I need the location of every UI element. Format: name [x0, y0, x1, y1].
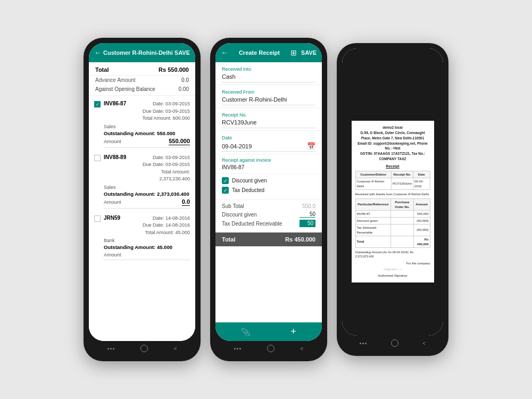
phone3-nav: < [342, 336, 443, 351]
receipt-outstanding: Outstanding Amount (As On 09-04-2019): R… [355, 250, 430, 259]
phone1-openbal-row: Against Opening Balance 0.00 [89, 85, 195, 94]
phone2-tax-row: Tax Deducted Receivable 50 [222, 220, 315, 227]
phone2-tax-row-label: Tax Deducted Receivable [222, 221, 282, 227]
receipt-logo-placeholder: <img src=...> [355, 267, 430, 272]
phone1-invoice-id-2: JRN59 [104, 215, 120, 221]
receipt-received-from: Received with thanks from Customer R-Roh… [355, 192, 430, 197]
phone1-checkbox-2[interactable]: ✓ [94, 215, 101, 222]
phone3-back-nav[interactable]: < [422, 340, 426, 346]
phone-3: demo2 local G-59, G Block, Outer Circle,… [337, 43, 448, 356]
phone2-tax-check-row[interactable]: ✓ Tax Deducted [222, 187, 315, 194]
phone2-checks: ✓ Discount given ✓ Tax Deducted [215, 174, 322, 200]
phone1-invoice-type-0: Sales [104, 124, 190, 129]
phone2-header: ← Create Receipt ⊞ SAVE [215, 43, 322, 62]
receipt-main-table: Customer/Debtor Receipt No. Date Custome… [355, 171, 430, 190]
phone2-discount-checkbox[interactable]: ✓ [222, 177, 229, 184]
phone1-total-value: Rs 550.000 [159, 66, 189, 73]
phone2-nav: < [215, 341, 322, 356]
phone2-received-into-value[interactable]: Cash [222, 73, 315, 82]
phone-2: ← Create Receipt ⊞ SAVE Received Into Ca… [210, 38, 327, 361]
phone1-invoice-0[interactable]: ✓ INV86-87 Date: 03-09-2015 Due Date: 03… [89, 97, 195, 151]
receipt-sig: Authorised Signatory [355, 273, 430, 278]
phone1-advance-label: Advance Amount [95, 77, 136, 83]
phone2-final-row: Total Rs 450.000 [215, 232, 322, 246]
phone1-invoice-details-2: Date: 14-08-2016 Due Date: 14-08-2016 To… [123, 215, 190, 237]
phone2-receipt-no-label: Receipt No. [222, 112, 315, 118]
phone1-invoice-details-0: Date: 03-09-2015 Due Date: 03-09-2015 To… [129, 101, 190, 122]
phone1-outstanding-0: Outstanding Amount: 550.000 [104, 130, 190, 136]
phone1-save-button[interactable]: SAVE [174, 49, 190, 56]
phone1-back-button[interactable]: ← [94, 48, 102, 57]
phone2-against-section: Receipt against invoice INV86-87 [215, 154, 322, 174]
receipt-no: RCV139June [392, 178, 413, 190]
phone2-receipt-no-value[interactable]: RCV139June [222, 119, 315, 128]
phone2-final-label: Total [222, 236, 235, 243]
phone1-back-nav[interactable]: < [174, 346, 177, 352]
phone2-discount-check-row[interactable]: ✓ Discount given [222, 177, 315, 184]
phone1-advance-row: Advance Amount 0.0 [89, 76, 195, 85]
phone1-invoice-type-2: Bank [104, 238, 190, 243]
receipt-detail-2: Tax Deducted Receivable [355, 225, 391, 236]
phone2-against-label: Receipt against invoice [222, 157, 315, 163]
receipt-title: Receipt [355, 164, 430, 170]
phone1-openbal-val: 0.00 [179, 86, 189, 92]
phone1-invoice-id-1: INV88-89 [104, 154, 126, 160]
phone1-amount-row-2: Amount [104, 252, 190, 260]
phone1-amount-row-1: Amount 0.0 [104, 198, 190, 209]
phone2-date-value[interactable]: 09-04-2019 [222, 143, 307, 149]
phone2-receipt-no-section: Receipt No. RCV139June [215, 108, 322, 131]
receipt-detail-1: Discount given [355, 218, 391, 225]
phone1-total-row: Total Rs 550.000 [89, 62, 195, 76]
phone2-save-button[interactable]: SAVE [301, 49, 317, 56]
phone2-received-into-label: Received Into [222, 66, 315, 72]
phone1-content: Total Rs 550.000 Advance Amount 0.0 Agai… [89, 62, 195, 341]
phone2-clip-icon[interactable]: 📎 [241, 328, 250, 336]
phone1-total-label: Total [95, 66, 109, 73]
phone1-home-button[interactable] [140, 345, 148, 352]
phone2-grid-icon[interactable]: ⊞ [290, 48, 297, 57]
phone2-received-into-section: Received Into Cash [215, 62, 322, 85]
phone1-nav: < [89, 341, 195, 356]
phone1-advance-val: 0.0 [181, 77, 189, 83]
phone2-home-button[interactable] [267, 345, 275, 352]
phone2-back-nav[interactable]: < [301, 346, 304, 352]
phone2-date-label: Date [222, 135, 315, 140]
phone2-tax-row-value[interactable]: 50 [300, 220, 315, 227]
receipt-footer: For the company [355, 261, 430, 266]
phone1-checkbox-0[interactable]: ✓ [94, 101, 101, 107]
phone2-tax-checkbox[interactable]: ✓ [222, 187, 229, 194]
receipt-detail-0: INV86-87 [355, 211, 391, 218]
phone3-home-button[interactable] [391, 339, 398, 347]
receipt-customer: Customer R-Rohini-Delhi [355, 178, 392, 190]
phone2-subtotal-row: Sub Total 550.0 [222, 203, 315, 209]
receipt-date: 09-04-2019 [413, 178, 430, 190]
phone2-received-from-section: Received From Customer R-Rohini-Delhi [215, 85, 322, 108]
phone2-calendar-icon[interactable]: 📅 [307, 142, 315, 150]
phone2-received-from-label: Received From [222, 89, 315, 95]
phone1-outstanding-1: Outstanding Amount: 2,373,030.400 [104, 191, 190, 197]
phone1-checkbox-1[interactable]: ✓ [94, 155, 101, 161]
phone2-toolbar: 📎 + [215, 322, 322, 341]
phone2-date-section: Date 09-04-2019 📅 [215, 131, 322, 154]
phone2-discount-row-value[interactable]: 50 [300, 211, 315, 218]
phone3-top-bar [342, 48, 443, 68]
phone2-plus-button[interactable]: + [290, 326, 296, 337]
receipt-details-table: Particular/Reference Purchase Order No. … [355, 198, 430, 248]
phone2-back-button[interactable]: ← [221, 48, 228, 57]
phone2-received-from-value[interactable]: Customer R-Rohini-Delhi [222, 96, 315, 105]
phone2-discount-row-label: Discount given [222, 212, 257, 218]
phone1-openbal-label: Against Opening Balance [95, 86, 155, 92]
phone1-invoice-2[interactable]: ✓ JRN59 Date: 14-08-2016 Due Date: 14-08… [89, 212, 195, 264]
phone1-outstanding-2: Outstanding Amount: 45.000 [104, 244, 190, 250]
phone2-discount-label: Discount given [232, 178, 267, 184]
phone1-amount-row-0: Amount 550.000 [104, 138, 190, 148]
receipt-paper: demo2 local G-59, G Block, Outer Circle,… [352, 121, 434, 282]
phone1-title: Customer R-Rohini-Delhi [102, 49, 174, 56]
phone-1: ← Customer R-Rohini-Delhi SAVE Total Rs … [84, 38, 201, 361]
phone2-against-value: INV86-87 [222, 164, 315, 170]
phone2-totals: Sub Total 550.0 Discount given 50 Tax De… [215, 200, 322, 232]
phone2-subtotal-label: Sub Total [222, 203, 244, 209]
phone1-invoice-id-0: INV86-87 [104, 101, 126, 106]
phone2-discount-row: Discount given 50 [222, 211, 315, 218]
phone1-invoice-1[interactable]: ✓ INV88-89 Date: 03-09-2015 Due Date: 03… [89, 151, 195, 212]
